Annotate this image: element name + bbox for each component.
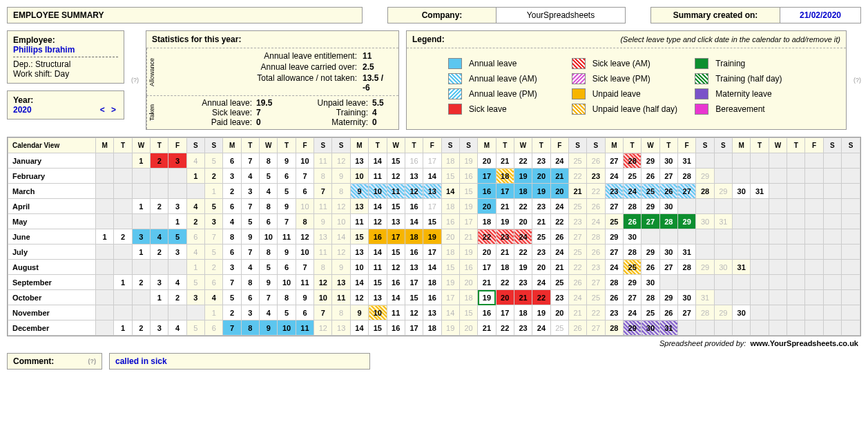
- calendar-day[interactable]: 12: [387, 260, 405, 275]
- calendar-day[interactable]: 15: [405, 290, 423, 305]
- calendar-day[interactable]: 20: [496, 290, 514, 305]
- calendar-day[interactable]: 30: [714, 260, 732, 275]
- calendar-day[interactable]: 25: [532, 229, 550, 245]
- calendar-day[interactable]: 24: [532, 275, 550, 290]
- calendar-day[interactable]: 11: [387, 305, 405, 320]
- calendar-day[interactable]: 14: [405, 214, 423, 229]
- calendar-day[interactable]: 11: [296, 275, 314, 290]
- calendar-day[interactable]: 28: [587, 229, 605, 245]
- calendar-day[interactable]: 6: [223, 153, 241, 169]
- calendar-day[interactable]: 20: [478, 245, 496, 260]
- calendar-day[interactable]: 11: [314, 153, 332, 169]
- calendar-day[interactable]: 27: [678, 184, 696, 199]
- calendar-day[interactable]: 14: [441, 305, 459, 320]
- calendar-day[interactable]: 26: [587, 245, 605, 260]
- calendar-day[interactable]: 1: [186, 169, 204, 184]
- calendar-day[interactable]: 29: [714, 305, 732, 320]
- calendar-day[interactable]: 9: [260, 320, 278, 336]
- calendar-day[interactable]: 20: [459, 320, 477, 336]
- calendar-day[interactable]: 30: [642, 275, 659, 290]
- calendar-day[interactable]: 8: [332, 305, 350, 320]
- calendar-day[interactable]: 14: [369, 245, 387, 260]
- calendar-day[interactable]: 15: [459, 184, 477, 199]
- calendar-day[interactable]: 14: [387, 290, 405, 305]
- legend-item[interactable]: Training (half day): [695, 73, 804, 84]
- calendar-day[interactable]: 24: [514, 229, 532, 245]
- calendar-day[interactable]: 4: [205, 290, 223, 305]
- calendar-day[interactable]: 7: [314, 305, 332, 320]
- calendar-day[interactable]: 5: [260, 169, 278, 184]
- calendar-day[interactable]: 17: [423, 199, 441, 214]
- calendar-day[interactable]: 4: [186, 199, 204, 214]
- calendar-day[interactable]: 18: [478, 214, 496, 229]
- calendar-day[interactable]: 31: [678, 245, 696, 260]
- calendar-day[interactable]: 22: [514, 199, 532, 214]
- year-prev[interactable]: <: [98, 105, 107, 115]
- legend-item[interactable]: Sick leave (AM): [572, 58, 682, 69]
- calendar-day[interactable]: 17: [405, 275, 423, 290]
- calendar-day[interactable]: 22: [478, 229, 496, 245]
- calendar-day[interactable]: 24: [587, 214, 605, 229]
- calendar-day[interactable]: 25: [550, 320, 568, 336]
- calendar-day[interactable]: 19: [459, 153, 477, 169]
- calendar-day[interactable]: 15: [387, 245, 405, 260]
- calendar-day[interactable]: 19: [459, 199, 477, 214]
- calendar-day[interactable]: 1: [114, 320, 132, 336]
- calendar-day[interactable]: 13: [350, 245, 368, 260]
- calendar-day[interactable]: 30: [733, 305, 751, 320]
- calendar-day[interactable]: 9: [241, 229, 259, 245]
- help-icon[interactable]: (?): [853, 77, 861, 84]
- calendar-day[interactable]: 16: [387, 320, 405, 336]
- calendar-day[interactable]: 28: [659, 214, 677, 229]
- calendar-day[interactable]: 5: [168, 229, 186, 245]
- calendar-day[interactable]: 4: [260, 184, 278, 199]
- calendar-day[interactable]: 9: [314, 214, 332, 229]
- calendar-day[interactable]: 24: [550, 245, 568, 260]
- calendar-day[interactable]: 6: [296, 184, 314, 199]
- calendar-day[interactable]: 8: [223, 229, 241, 245]
- calendar-day[interactable]: 8: [278, 290, 296, 305]
- calendar-day[interactable]: 21: [496, 199, 514, 214]
- calendar-day[interactable]: 6: [260, 214, 278, 229]
- calendar-day[interactable]: 21: [514, 290, 532, 305]
- calendar-day[interactable]: 18: [496, 260, 514, 275]
- calendar-day[interactable]: 29: [642, 153, 659, 169]
- calendar-day[interactable]: 19: [441, 320, 459, 336]
- calendar-day[interactable]: 23: [532, 199, 550, 214]
- calendar-day[interactable]: 27: [642, 214, 659, 229]
- calendar-day[interactable]: 9: [296, 290, 314, 305]
- calendar-day[interactable]: 6: [278, 169, 296, 184]
- calendar-day[interactable]: 10: [332, 214, 350, 229]
- calendar-day[interactable]: 12: [350, 290, 368, 305]
- calendar-day[interactable]: 26: [659, 184, 677, 199]
- calendar-day[interactable]: 12: [387, 169, 405, 184]
- calendar-day[interactable]: 23: [514, 320, 532, 336]
- calendar-day[interactable]: 24: [550, 153, 568, 169]
- calendar-day[interactable]: 29: [696, 169, 714, 184]
- calendar-day[interactable]: 4: [168, 320, 186, 336]
- calendar-day[interactable]: 27: [587, 320, 605, 336]
- calendar-day[interactable]: 25: [568, 153, 586, 169]
- calendar-day[interactable]: 8: [314, 260, 332, 275]
- calendar-day[interactable]: 2: [168, 290, 186, 305]
- calendar-day[interactable]: 10: [314, 290, 332, 305]
- calendar-day[interactable]: 9: [278, 153, 296, 169]
- calendar-day[interactable]: 7: [241, 199, 259, 214]
- calendar-day[interactable]: 19: [441, 275, 459, 290]
- calendar-day[interactable]: 30: [642, 320, 659, 336]
- calendar-day[interactable]: 6: [296, 305, 314, 320]
- calendar-day[interactable]: 3: [168, 153, 186, 169]
- calendar-day[interactable]: 26: [568, 275, 586, 290]
- calendar-day[interactable]: 6: [186, 229, 204, 245]
- calendar-day[interactable]: 23: [568, 214, 586, 229]
- calendar-day[interactable]: 9: [278, 199, 296, 214]
- calendar-day[interactable]: 28: [696, 184, 714, 199]
- calendar-day[interactable]: 8: [260, 199, 278, 214]
- calendar-day[interactable]: 22: [568, 169, 586, 184]
- calendar-day[interactable]: 13: [332, 320, 350, 336]
- calendar-day[interactable]: 30: [659, 199, 677, 214]
- calendar-day[interactable]: 17: [496, 184, 514, 199]
- calendar-day[interactable]: 28: [623, 245, 641, 260]
- calendar-day[interactable]: 7: [241, 153, 259, 169]
- calendar-day[interactable]: 17: [423, 153, 441, 169]
